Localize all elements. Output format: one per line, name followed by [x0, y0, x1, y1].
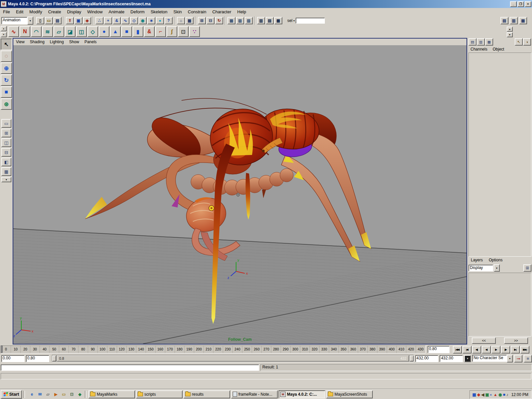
- lasso-select-tool[interactable]: ◌: [1, 51, 12, 62]
- time-slider-ruler[interactable]: 0 10 20 30 40 50: [1, 345, 426, 353]
- bevel-icon[interactable]: ◇: [87, 26, 98, 37]
- menu-skeleton[interactable]: Skeleton: [148, 9, 171, 15]
- task-scripts[interactable]: scripts: [136, 390, 183, 398]
- toggle-channel-box-icon[interactable]: ▦: [519, 17, 527, 24]
- layer-display-dropdown[interactable]: Display: [468, 265, 493, 271]
- rotate-tool[interactable]: ↻: [1, 74, 12, 86]
- menu-animate[interactable]: Animate: [106, 9, 128, 15]
- step-back-key-button[interactable]: |◀: [463, 346, 471, 353]
- task-mayascreenshots[interactable]: MayaScreenShots: [326, 390, 373, 398]
- playback-end-field[interactable]: 432.00: [415, 355, 439, 362]
- make-live-icon[interactable]: ◉: [139, 17, 147, 24]
- move-tool[interactable]: ⊕: [1, 63, 12, 74]
- restore-button[interactable]: ❐: [517, 1, 524, 7]
- msn-icon[interactable]: ◆: [76, 391, 83, 398]
- ipr-render-icon[interactable]: ▨: [236, 17, 244, 24]
- layout-single-pane-button[interactable]: ▭: [1, 119, 11, 128]
- save-scene-icon[interactable]: ▤: [54, 17, 62, 24]
- shelf-scroll-up-icon[interactable]: ▲: [507, 27, 513, 32]
- minimize-button[interactable]: _: [510, 1, 517, 7]
- step-forward-frame-button[interactable]: |▶: [501, 346, 510, 353]
- shelf-scroll-down-icon[interactable]: ▼: [507, 32, 513, 37]
- channel-layout-wide-icon[interactable]: ▦: [485, 38, 493, 46]
- channel-layout-narrow-icon[interactable]: ▤: [468, 38, 476, 46]
- snap-to-curve-icon[interactable]: &: [113, 17, 121, 24]
- step-forward-key-button[interactable]: ▶|: [511, 346, 520, 353]
- menu-help[interactable]: Help: [234, 9, 249, 15]
- snap-to-grid-icon[interactable]: +: [104, 17, 112, 24]
- explorer-icon[interactable]: ▭: [60, 391, 67, 398]
- camera-icon[interactable]: ⊡: [178, 26, 189, 37]
- scale-tool[interactable]: ■: [1, 86, 12, 98]
- task-scheduler-icon[interactable]: ◐: [490, 392, 492, 397]
- internet-explorer-icon[interactable]: e: [28, 391, 36, 398]
- menu-constrain[interactable]: Constrain: [185, 9, 209, 15]
- character-set-value[interactable]: No Character Se: [472, 355, 507, 362]
- menu-character[interactable]: Character: [209, 9, 234, 15]
- menu-file[interactable]: File: [0, 9, 13, 15]
- open-scene-icon[interactable]: ▭: [45, 17, 53, 24]
- select-by-object-icon[interactable]: ▣: [74, 17, 82, 24]
- layout-outliner-persp-button[interactable]: ▦: [1, 167, 11, 176]
- command-line-input[interactable]: [1, 364, 259, 371]
- character-menu-arrow-icon[interactable]: ▼: [464, 355, 471, 362]
- channel-box-menu-channels[interactable]: Channels: [468, 47, 490, 52]
- channel-list-area[interactable]: [468, 53, 531, 257]
- network-icon[interactable]: ▣: [485, 392, 489, 397]
- playblast-icon[interactable]: ▥: [257, 17, 265, 24]
- menu-create[interactable]: Create: [45, 9, 64, 15]
- auto-keyframe-toggle[interactable]: ⊸: [514, 355, 522, 362]
- layout-two-pane-stacked-button[interactable]: ⊟: [1, 148, 11, 157]
- insect-abdomen[interactable]: [183, 194, 230, 236]
- view-compass-icon[interactable]: ●: [156, 17, 164, 24]
- panel-menu-lighting[interactable]: Lighting: [47, 39, 66, 45]
- step-back-frame-button[interactable]: ◀|: [472, 346, 481, 353]
- menu-modify[interactable]: Modify: [26, 9, 45, 15]
- quick-select-input[interactable]: [296, 18, 325, 24]
- nurbs-cube-icon[interactable]: ■: [121, 26, 132, 37]
- snap-to-view-plane-icon[interactable]: ◇: [130, 17, 138, 24]
- play-forwards-button[interactable]: ▶: [491, 346, 500, 353]
- planar-icon[interactable]: ▱: [54, 26, 64, 37]
- toggle-tool-settings-icon[interactable]: ▥: [510, 17, 518, 24]
- viewport-scene[interactable]: y x z y x z: [13, 45, 466, 344]
- animation-preferences-button[interactable]: ≡: [524, 355, 532, 362]
- layer-list-area[interactable]: [468, 273, 531, 336]
- selection-mask-icon[interactable]: ∴: [95, 17, 103, 24]
- joint-tool-icon[interactable]: &: [144, 26, 155, 37]
- pager-left-button[interactable]: <<: [472, 337, 496, 344]
- start-button[interactable]: Start: [1, 390, 22, 399]
- sound-mixer-icon[interactable]: ♪: [506, 392, 508, 397]
- select-by-hierarchy-icon[interactable]: ⇑: [66, 17, 74, 24]
- graphics-tool-icon[interactable]: ◆: [477, 392, 480, 397]
- menu-edit[interactable]: Edit: [13, 9, 26, 15]
- speed-mode-icon[interactable]: ◑: [523, 38, 531, 46]
- dope-sheet-icon[interactable]: ▩: [274, 17, 282, 24]
- current-time-marker[interactable]: [1, 345, 3, 353]
- character-set-arrow-icon[interactable]: ▾: [507, 355, 513, 362]
- pencil-curve-tool-icon[interactable]: N: [20, 26, 30, 37]
- extrude-icon[interactable]: ◪: [65, 26, 75, 37]
- show-desktop-icon[interactable]: ▱: [44, 391, 52, 398]
- toggle-attribute-editor-icon[interactable]: ▤: [500, 17, 508, 24]
- layers-menu-options[interactable]: Options: [486, 257, 505, 263]
- paint-effects-icon[interactable]: ∫: [167, 26, 177, 37]
- nurbs-sphere-icon[interactable]: ●: [99, 26, 109, 37]
- layout-two-pane-side-button[interactable]: ◫: [1, 138, 11, 147]
- manip-mode-icon[interactable]: ↖: [515, 38, 523, 46]
- menu-set-arrow-icon[interactable]: ▾: [27, 17, 33, 25]
- menu-set-dropdown[interactable]: Animation ▾: [1, 17, 33, 25]
- nurbs-cone-icon[interactable]: ▲: [110, 26, 121, 37]
- go-to-start-button[interactable]: |◀◀: [453, 346, 462, 353]
- ik-handle-tool-icon[interactable]: ⌐: [155, 26, 166, 37]
- range-end-handle[interactable]: [410, 355, 414, 361]
- panel-menu-panels[interactable]: Panels: [82, 39, 99, 45]
- instant-messenger-icon[interactable]: ◉: [498, 392, 502, 397]
- graph-editor-icon[interactable]: ▤: [266, 17, 274, 24]
- outlook-express-icon[interactable]: ✉: [36, 391, 44, 398]
- highlight-selection-icon[interactable]: ▩: [186, 17, 194, 24]
- animation-start-field[interactable]: 0.00: [1, 355, 25, 362]
- character-set-dropdown[interactable]: No Character Se ▾: [472, 355, 513, 362]
- loft-icon[interactable]: ≋: [42, 26, 53, 37]
- layout-three-pane-button[interactable]: ◧: [1, 158, 11, 166]
